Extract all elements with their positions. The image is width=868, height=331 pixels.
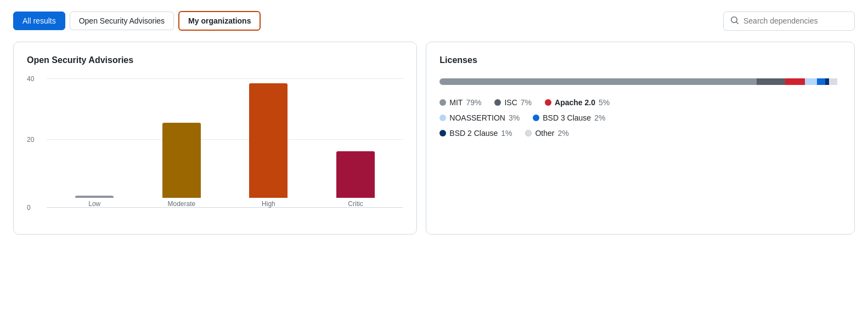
legend-pct-noassertion: 3%: [509, 113, 520, 122]
legend-pct-apache: 5%: [599, 98, 610, 107]
legend-pct-mit: 79%: [466, 98, 481, 107]
legend-item-mit: MIT 79%: [439, 98, 481, 107]
search-icon: [730, 16, 739, 26]
license-legend: MIT 79% ISC 7% Apache 2.0 5% NO: [439, 98, 841, 138]
license-segment-other: [829, 78, 837, 85]
legend-pct-bsd3: 2%: [594, 113, 605, 122]
legend-dot-noassertion: [439, 115, 446, 121]
legend-item-apache: Apache 2.0 5%: [545, 98, 610, 107]
cards-row: Open Security Advisories 40 20 0: [13, 42, 855, 235]
legend-pct-isc: 7%: [521, 98, 532, 107]
license-segment-mit: [439, 78, 757, 85]
legend-name-apache: Apache 2.0: [555, 98, 595, 107]
licenses-card: Licenses MIT 79%: [426, 42, 855, 235]
y-label-40: 40: [27, 75, 34, 83]
legend-dot-other: [525, 130, 532, 136]
legend-name-bsd2: BSD 2 Clause: [449, 129, 498, 138]
legend-name-isc: ISC: [504, 98, 517, 107]
bar-label-low: Low: [88, 200, 100, 208]
license-segment-isc: [757, 78, 785, 85]
y-label-0: 0: [27, 204, 31, 212]
tab-open-security[interactable]: Open Security Advisories: [70, 12, 174, 30]
bar-low: [75, 196, 114, 198]
top-bar: All results Open Security Advisories My …: [13, 11, 855, 31]
bar-critic: [336, 151, 375, 198]
security-advisories-title: Open Security Advisories: [27, 55, 403, 65]
legend-dot-mit: [439, 99, 446, 106]
bar-group-low: Low: [75, 78, 114, 208]
legend-item-isc: ISC 7%: [494, 98, 532, 107]
legend-pct-other: 2%: [558, 129, 569, 138]
license-segment-noassertion: [805, 78, 817, 85]
legend-pct-bsd2: 1%: [501, 129, 512, 138]
legend-dot-isc: [494, 99, 501, 106]
security-advisories-card: Open Security Advisories 40 20 0: [13, 42, 417, 235]
legend-row-1: MIT 79% ISC 7% Apache 2.0 5%: [439, 98, 841, 107]
legend-item-other: Other 2%: [525, 129, 568, 138]
license-segment-bsd2: [825, 78, 829, 85]
license-segment-bsd3: [817, 78, 825, 85]
legend-name-bsd3: BSD 3 Clause: [543, 113, 591, 122]
legend-row-2: NOASSERTION 3% BSD 3 Clause 2%: [439, 113, 841, 122]
search-box: [723, 12, 855, 31]
legend-dot-bsd3: [533, 115, 539, 121]
legend-item-bsd2: BSD 2 Clause 1%: [439, 129, 512, 138]
bar-moderate: [162, 123, 201, 198]
legend-dot-bsd2: [439, 130, 446, 136]
legend-row-3: BSD 2 Clause 1% Other 2%: [439, 129, 841, 138]
legend-name-other: Other: [535, 129, 554, 138]
tab-all-results[interactable]: All results: [13, 12, 65, 30]
legend-item-noassertion: NOASSERTION 3%: [439, 113, 520, 122]
bar-group-high: High: [249, 78, 288, 208]
legend-dot-apache: [545, 99, 551, 106]
bar-label-high: High: [262, 200, 275, 208]
bar-label-moderate: Moderate: [168, 200, 196, 208]
legend-item-bsd3: BSD 3 Clause 2%: [533, 113, 605, 122]
license-bar-container: [439, 78, 841, 85]
legend-name-noassertion: NOASSERTION: [449, 113, 505, 122]
tab-my-organizations[interactable]: My organizations: [178, 11, 261, 31]
license-bar: [439, 78, 841, 85]
bar-label-critic: Critic: [348, 200, 363, 208]
bar-high: [249, 83, 288, 198]
search-input[interactable]: [743, 16, 848, 25]
bar-chart: 40 20 0 Low: [27, 78, 403, 221]
y-label-20: 20: [27, 136, 34, 144]
bar-group-moderate: Moderate: [162, 78, 201, 208]
license-segment-apache: [785, 78, 805, 85]
legend-name-mit: MIT: [449, 98, 463, 107]
licenses-title: Licenses: [439, 55, 841, 65]
bar-group-critic: Critic: [336, 78, 375, 208]
